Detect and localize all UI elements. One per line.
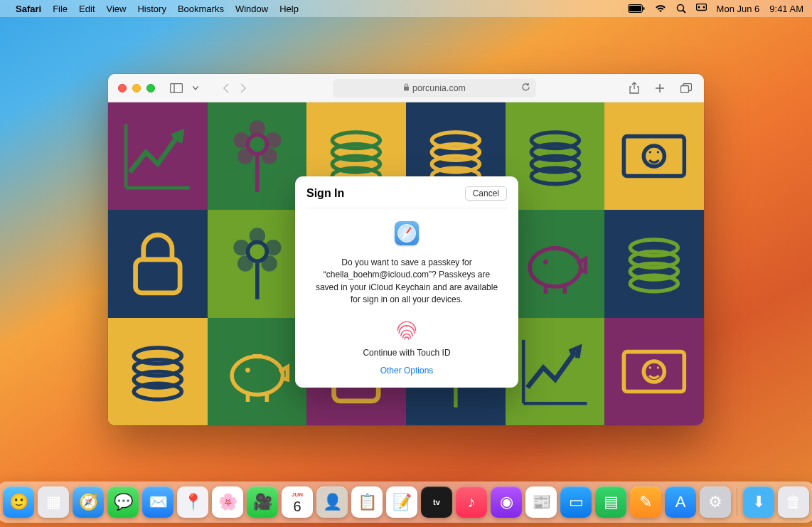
svg-point-86 (657, 366, 659, 368)
svg-point-20 (261, 148, 277, 164)
dock-tv[interactable]: tv (421, 486, 452, 518)
reload-icon[interactable] (521, 82, 530, 94)
tab-group-chevron-icon[interactable] (191, 84, 201, 92)
cancel-button[interactable]: Cancel (465, 186, 507, 201)
svg-rect-14 (681, 85, 689, 92)
svg-rect-38 (136, 260, 181, 293)
dock-launchpad[interactable]: ▦ (38, 486, 69, 518)
svg-rect-8 (171, 83, 183, 92)
wifi-icon[interactable] (655, 4, 666, 13)
menu-view[interactable]: View (107, 4, 127, 14)
share-icon[interactable] (627, 80, 641, 96)
decorative-tile (108, 318, 208, 425)
decorative-tile (208, 318, 307, 425)
dock-news[interactable]: 📰 (525, 486, 557, 518)
svg-line-4 (683, 11, 685, 14)
svg-rect-11 (404, 86, 409, 90)
dock-numbers[interactable]: ▤ (595, 486, 626, 518)
battery-icon[interactable] (628, 4, 645, 13)
lock-icon (403, 83, 410, 93)
menu-window[interactable]: Window (235, 4, 268, 14)
dock: 🙂▦🧭💬✉️📍🌸🎥JUN6👤📋📝tv♪◉📰▭▤✎A⚙⬇🗑 (0, 481, 812, 523)
passkey-dialog: Sign In Cancel Do you want to save a pas… (295, 176, 518, 388)
decorative-tile (208, 210, 307, 317)
svg-rect-61 (550, 246, 560, 249)
menubar-time[interactable]: 9:41 AM (769, 4, 803, 14)
svg-point-19 (237, 148, 253, 164)
dock-calendar[interactable]: JUN6 (282, 486, 313, 518)
sidebar-toggle-icon[interactable] (168, 81, 185, 95)
dock-photos[interactable]: 🌸 (212, 486, 243, 518)
decorative-tile (208, 102, 307, 210)
svg-point-58 (543, 260, 548, 265)
menu-file[interactable]: File (53, 4, 68, 14)
svg-rect-74 (252, 354, 262, 357)
decorative-tile (506, 102, 605, 210)
dock-maps[interactable]: 📍 (177, 486, 208, 518)
safari-app-icon (395, 221, 419, 245)
dialog-title: Sign In (306, 187, 465, 200)
address-bar[interactable]: porcunia.com (333, 79, 536, 97)
svg-point-71 (245, 368, 250, 373)
dock-finder[interactable]: 🙂 (3, 486, 34, 518)
decorative-tile (604, 318, 704, 425)
forward-button[interactable] (237, 81, 249, 95)
svg-point-42 (265, 240, 281, 255)
spotlight-icon[interactable] (676, 4, 686, 14)
svg-rect-2 (643, 7, 644, 10)
dock-notes[interactable]: 📝 (386, 486, 417, 518)
dock-trash[interactable]: 🗑 (778, 486, 809, 518)
touchid-label: Continue with Touch ID (312, 348, 501, 358)
svg-point-16 (249, 120, 265, 136)
svg-point-41 (233, 240, 249, 255)
svg-rect-1 (629, 6, 641, 11)
dock-mail[interactable]: ✉️ (142, 486, 173, 518)
browser-toolbar: porcunia.com (108, 74, 704, 102)
svg-point-70 (232, 356, 283, 395)
fullscreen-window-button[interactable] (146, 84, 155, 92)
menubar-date[interactable]: Mon Jun 6 (717, 4, 760, 14)
dock-settings[interactable]: ⚙ (700, 486, 731, 518)
dock-pages[interactable]: ✎ (630, 486, 661, 518)
dialog-message: Do you want to save a passkey for “chell… (312, 257, 501, 307)
svg-point-18 (265, 132, 281, 148)
dock-facetime[interactable]: 🎥 (247, 486, 278, 518)
svg-point-7 (703, 6, 705, 9)
webpage-content: Sign In Cancel Do you want to save a pas… (108, 102, 704, 425)
safari-window: porcunia.com Sign In Cancel (108, 74, 704, 425)
dock-music[interactable]: ♪ (456, 486, 487, 518)
decorative-tile (108, 102, 208, 210)
svg-point-3 (677, 5, 683, 11)
back-button[interactable] (220, 81, 232, 95)
dock-podcasts[interactable]: ◉ (491, 486, 522, 518)
decorative-tile (108, 210, 208, 317)
dock-downloads[interactable]: ⬇ (743, 486, 774, 518)
dock-messages[interactable]: 💬 (107, 486, 139, 518)
svg-point-57 (530, 249, 581, 287)
svg-point-17 (233, 132, 249, 148)
svg-point-6 (698, 6, 700, 9)
dock-keynote[interactable]: ▭ (560, 486, 592, 518)
tab-overview-icon[interactable] (678, 80, 694, 96)
svg-rect-34 (624, 137, 685, 176)
window-controls (118, 84, 155, 92)
dock-reminders[interactable]: 📋 (351, 486, 383, 518)
dock-contacts[interactable]: 👤 (316, 486, 348, 518)
new-tab-icon[interactable] (653, 80, 667, 96)
other-options-link[interactable]: Other Options (380, 366, 434, 376)
menu-bookmarks[interactable]: Bookmarks (178, 4, 224, 14)
menu-history[interactable]: History (137, 4, 166, 14)
svg-point-44 (261, 256, 277, 272)
close-window-button[interactable] (118, 84, 127, 92)
dock-safari[interactable]: 🧭 (73, 486, 104, 518)
svg-point-43 (237, 256, 253, 272)
menu-edit[interactable]: Edit (79, 4, 95, 14)
minimize-window-button[interactable] (132, 84, 141, 92)
touchid-icon[interactable] (394, 318, 420, 344)
dock-appstore[interactable]: A (665, 486, 696, 518)
app-name[interactable]: Safari (16, 4, 41, 14)
control-center-icon[interactable] (696, 4, 707, 14)
svg-point-37 (657, 151, 659, 153)
url-text: porcunia.com (412, 83, 466, 93)
menu-help[interactable]: Help (279, 4, 299, 14)
